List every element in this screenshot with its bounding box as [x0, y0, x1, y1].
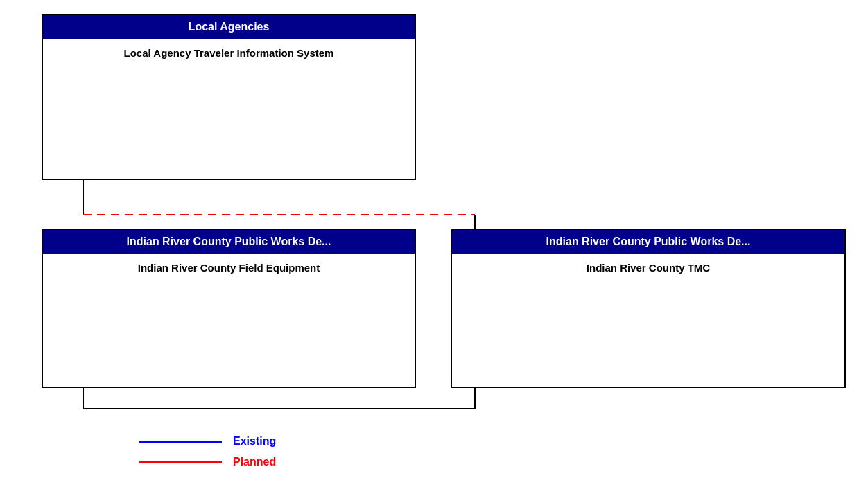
field-equipment-box: Indian River County Public Works De... I…	[42, 229, 416, 388]
legend-existing-label: Existing	[233, 435, 276, 448]
diagram-container: Local Agencies Local Agency Traveler Inf…	[0, 0, 868, 496]
tmc-header: Indian River County Public Works De...	[452, 230, 844, 254]
legend-existing-line	[139, 441, 222, 443]
tmc-box: Indian River County Public Works De... I…	[451, 229, 846, 388]
legend-existing: Existing	[139, 435, 276, 448]
local-agencies-box: Local Agencies Local Agency Traveler Inf…	[42, 14, 416, 180]
legend-planned-label: Planned	[233, 456, 276, 468]
tmc-body: Indian River County TMC	[452, 254, 844, 282]
field-equipment-header: Indian River County Public Works De...	[43, 230, 415, 254]
legend: Existing Planned	[139, 435, 276, 468]
legend-planned-line	[139, 461, 222, 463]
local-agencies-body: Local Agency Traveler Information System	[43, 39, 415, 67]
field-equipment-body: Indian River County Field Equipment	[43, 254, 415, 282]
legend-planned: Planned	[139, 456, 276, 468]
local-agencies-header: Local Agencies	[43, 15, 415, 39]
